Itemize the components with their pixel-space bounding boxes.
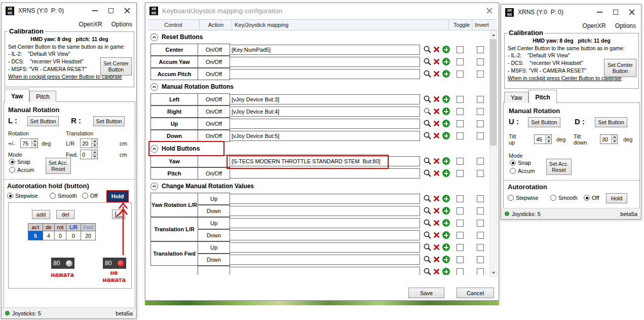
set-acc-reset-button[interactable]: Set Acc. Reset: [46, 158, 71, 174]
toggle-checkbox[interactable]: [457, 46, 464, 53]
search-icon[interactable]: [423, 231, 432, 239]
add-mapping-icon[interactable]: [442, 243, 450, 251]
invert-checkbox[interactable]: [477, 158, 484, 165]
hold-button-active[interactable]: Hold: [107, 191, 128, 201]
mapping-value-field[interactable]: [vJoy Device But:3]: [230, 94, 420, 104]
clear-mapping-icon[interactable]: [433, 120, 440, 127]
clear-mapping-icon[interactable]: [433, 70, 440, 77]
clear-mapping-icon[interactable]: [433, 220, 440, 226]
clear-mapping-icon[interactable]: [433, 195, 440, 202]
table-cell-act[interactable]: 5: [28, 231, 43, 240]
mapping-value-field[interactable]: [230, 218, 420, 228]
clear-mapping-icon[interactable]: [433, 132, 440, 139]
mapping-value-field[interactable]: [S-TECS MODERN THROTTLE STANDARD STEM Bu…: [230, 156, 420, 166]
clear-mapping-icon[interactable]: [433, 170, 440, 176]
maximize-button[interactable]: [103, 3, 119, 18]
add-mapping-icon[interactable]: [442, 108, 450, 115]
mapping-value-field[interactable]: [230, 119, 420, 129]
invert-checkbox[interactable]: [477, 70, 484, 78]
section-header-hold-buttons[interactable]: Hold Buttons: [147, 142, 490, 155]
search-icon[interactable]: [423, 107, 432, 116]
invert-checkbox[interactable]: [477, 96, 484, 103]
search-icon[interactable]: [423, 131, 432, 140]
add-mapping-icon[interactable]: [442, 46, 450, 53]
mapping-value-field[interactable]: [vJoy Device But:4]: [230, 106, 420, 117]
snap-radio[interactable]: Snap: [9, 159, 30, 165]
rotation-deg-spinner[interactable]: 75: [20, 138, 38, 148]
invert-checkbox[interactable]: [477, 244, 484, 251]
search-icon[interactable]: [423, 45, 432, 54]
stepwise-radio[interactable]: Stepwise: [7, 193, 38, 199]
toggle-checkbox[interactable]: [457, 207, 464, 215]
toggle-checkbox[interactable]: [457, 170, 464, 177]
minimize-button[interactable]: [591, 5, 608, 20]
spinner-up-button[interactable]: [92, 150, 97, 154]
collapse-icon[interactable]: [150, 33, 159, 42]
toggle-checkbox[interactable]: [457, 195, 464, 202]
toggle-checkbox[interactable]: [457, 268, 464, 275]
toggle-checkbox[interactable]: [457, 256, 464, 263]
titlebar[interactable]: XR NS XRNS (Y:0 P: 0): [2, 3, 136, 18]
invert-checkbox[interactable]: [477, 207, 484, 215]
search-icon[interactable]: [423, 69, 432, 78]
add-mapping-icon[interactable]: [442, 70, 450, 78]
toggle-checkbox[interactable]: [457, 232, 464, 239]
mapping-value-field[interactable]: [230, 242, 420, 253]
spinner-up-button[interactable]: [32, 139, 37, 143]
search-icon[interactable]: [423, 255, 432, 264]
mapping-value-field[interactable]: [230, 69, 420, 79]
invert-checkbox[interactable]: [477, 108, 484, 115]
tab-pitch[interactable]: Pitch: [29, 91, 56, 102]
search-icon[interactable]: [423, 243, 432, 252]
toggle-checkbox[interactable]: [457, 132, 464, 139]
add-mapping-icon[interactable]: [442, 120, 450, 127]
toggle-checkbox[interactable]: [457, 58, 464, 65]
off-radio[interactable]: Off: [82, 193, 97, 199]
close-button[interactable]: [119, 3, 135, 18]
section-header-change-values[interactable]: Change Manual Rotation Values: [147, 180, 490, 193]
menu-options[interactable]: Options: [111, 21, 132, 28]
table-data-row[interactable]: 5 4 0 0 20: [28, 231, 96, 240]
clear-mapping-icon[interactable]: [433, 108, 440, 115]
set-acc-reset-button[interactable]: Set Acc. Reset: [546, 159, 572, 175]
add-mapping-icon[interactable]: [442, 207, 450, 215]
minimize-button[interactable]: [87, 3, 103, 18]
smooth-radio[interactable]: Smooth: [50, 193, 77, 199]
toggle-checkbox[interactable]: [457, 70, 464, 78]
spinner-down-button[interactable]: [92, 154, 97, 159]
spinner-up-button[interactable]: [546, 135, 551, 139]
clear-mapping-icon[interactable]: [433, 256, 440, 263]
spinner-down-button[interactable]: [612, 139, 617, 144]
spinner-down-button[interactable]: [546, 139, 551, 144]
search-icon[interactable]: [423, 95, 432, 103]
set-left-button[interactable]: Set Button: [27, 116, 59, 126]
mapping-value-field[interactable]: [Key:NumPad5]: [230, 45, 420, 55]
toggle-checkbox[interactable]: [457, 244, 464, 251]
search-icon[interactable]: [423, 267, 432, 275]
tab-yaw[interactable]: Yaw: [504, 92, 528, 103]
clear-mapping-icon[interactable]: [433, 207, 440, 214]
search-icon[interactable]: [423, 219, 432, 227]
spinner-up-button[interactable]: [92, 139, 97, 143]
toggle-checkbox[interactable]: [457, 108, 464, 115]
mapping-value-field[interactable]: [230, 168, 420, 179]
invert-checkbox[interactable]: [477, 220, 484, 227]
mapping-value-field[interactable]: [230, 267, 420, 275]
clear-mapping-icon[interactable]: [433, 96, 440, 102]
menu-options[interactable]: Options: [615, 22, 636, 29]
clear-mapping-icon[interactable]: [433, 268, 440, 275]
section-header-manual-rotation-buttons[interactable]: Manual Rotation Buttons: [147, 80, 490, 93]
add-mapping-icon[interactable]: [442, 256, 450, 263]
tab-pitch[interactable]: Pitch: [528, 90, 556, 103]
set-center-button[interactable]: Set Center Button: [100, 57, 132, 76]
maximize-button[interactable]: [608, 5, 624, 20]
invert-checkbox[interactable]: [477, 132, 484, 139]
mapping-value-field[interactable]: [230, 255, 420, 265]
snap-radio[interactable]: Snap: [510, 160, 531, 166]
search-icon[interactable]: [423, 57, 432, 66]
translation-lr-spinner[interactable]: 20: [80, 138, 98, 148]
accum-radio[interactable]: Accum: [510, 168, 535, 174]
scroll-up-button[interactable]: [490, 31, 497, 39]
mapping-value-field[interactable]: [230, 194, 420, 204]
tilt-down-spinner[interactable]: 30: [600, 134, 618, 144]
